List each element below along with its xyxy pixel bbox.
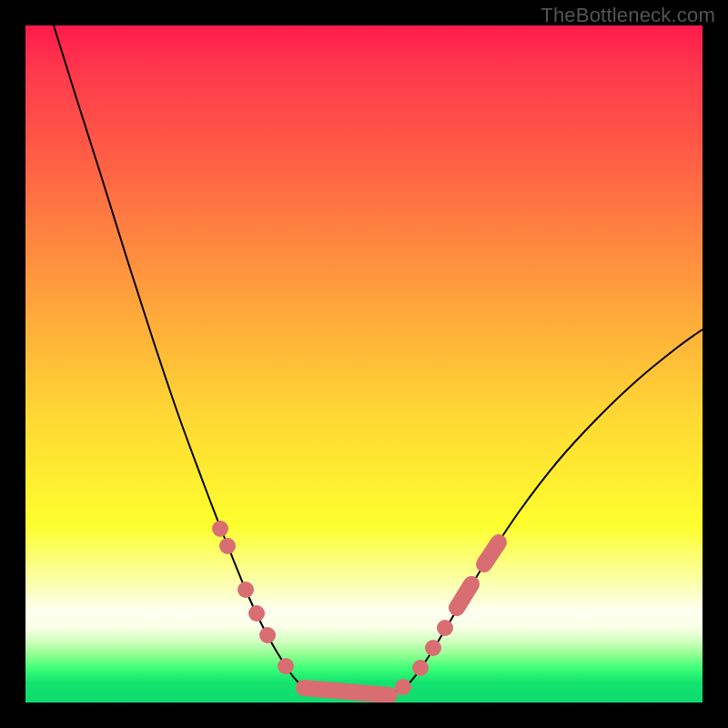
marker-dot — [219, 538, 236, 554]
bottleneck-curve — [54, 25, 703, 697]
marker-dot — [412, 660, 429, 676]
marker-dot — [395, 679, 411, 695]
marker-pill — [304, 688, 389, 695]
curve-markers — [212, 521, 499, 695]
watermark-text: TheBottleneck.com — [541, 4, 715, 27]
marker-dot — [259, 627, 276, 643]
marker-dot — [238, 581, 254, 598]
marker-dot — [248, 605, 265, 622]
marker-dot — [437, 620, 453, 636]
marker-pill — [484, 542, 499, 564]
marker-pill — [457, 584, 471, 608]
marker-dot — [212, 521, 228, 537]
marker-dot — [425, 640, 441, 656]
chart-frame — [25, 25, 703, 703]
chart-plot — [25, 25, 703, 703]
curve-path — [54, 25, 703, 697]
marker-dot — [278, 658, 294, 674]
